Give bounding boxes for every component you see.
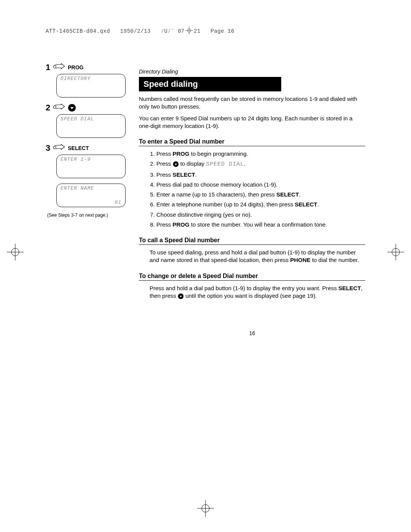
print-header-meta: ATT-1465CIB-d04.qxd 1950/2/13 ⁄U⁄¨ 0721 …: [46, 27, 365, 36]
lcd-text-line1: ENTER NAME: [61, 185, 94, 191]
lcd-text: DIRECTORY: [61, 76, 91, 81]
registration-mark-left-icon: [7, 244, 24, 260]
lcd-text-line2: 01: [115, 200, 121, 205]
step-label: SELECT: [68, 145, 89, 151]
text-fragment: to dial the number.: [311, 257, 359, 263]
down-arrow-button-icon: [173, 161, 179, 167]
subheading-call: To call a Speed Dial number: [139, 237, 365, 245]
call-paragraph: To use speed dialing, press and hold a d…: [150, 249, 365, 264]
text-fragment: Enter a telephone number (up to 24 digit…: [156, 201, 295, 208]
text-fragment: Press: [156, 160, 173, 167]
section-tag: Directory Dialing: [139, 69, 365, 75]
text-fragment: .: [299, 191, 300, 198]
lcd-screen: DIRECTORY: [56, 74, 126, 97]
text-fragment: SELECT: [173, 171, 195, 178]
list-item: Enter a telephone number (up to 24 digit…: [156, 201, 365, 208]
list-item: Press SELECT.: [156, 171, 365, 179]
page-title: Speed dialing: [139, 77, 281, 91]
registration-mark-right-icon: [387, 244, 404, 260]
sidebar-step-3: 3 SELECT ENTER 1-9: [46, 143, 127, 178]
step-label: PROG: [68, 64, 83, 70]
meta-after-mark: 21: [194, 28, 201, 34]
step-number: 3: [46, 143, 50, 153]
hand-pointer-icon: [53, 63, 65, 72]
hand-pointer-icon: [53, 144, 65, 153]
text-fragment: Press: [156, 150, 173, 157]
steps-list-enter: Press PROG to begin programming. Press t…: [139, 150, 365, 228]
list-item: Press PROG to store the number. You will…: [156, 221, 365, 228]
list-item: Press to display SPEED DIAL.: [156, 160, 365, 168]
page-number: 16: [139, 330, 365, 336]
sidebar-step-1: 1 PROG DIRECTORY: [46, 62, 127, 97]
text-fragment: SELECT: [338, 285, 361, 291]
text-fragment: .: [317, 201, 319, 208]
meta-mid: ⁄U⁄¨ 07: [161, 28, 185, 34]
list-item: Press PROG to begin programming.: [156, 150, 365, 158]
list-item: Enter a name (up to 15 characters), then…: [156, 191, 365, 198]
text-fragment: Press: [156, 171, 173, 178]
registration-mark-bottom-icon: [197, 500, 214, 517]
meta-date: 1950/2/13: [120, 28, 151, 34]
subheading-enter: To enter a Speed Dial number: [139, 138, 365, 146]
intro-paragraph-1: Numbers called most frequently can be st…: [139, 95, 365, 111]
registration-mark-top-icon: [185, 27, 193, 36]
lcd-screen: ENTER 1-9: [56, 155, 126, 178]
text-fragment: Press and hold a dial pad button (1-9) t…: [150, 285, 338, 291]
list-item: Choose distinctive ringing (yes or no).: [156, 211, 365, 219]
lcd-text: SPEED DIAL: [61, 116, 94, 122]
down-arrow-button-icon: [68, 104, 76, 112]
text-fragment: to begin programming.: [190, 150, 248, 157]
lcd-screen: ENTER NAME 01: [56, 184, 126, 207]
lcd-screen: SPEED DIAL: [56, 114, 126, 138]
text-fragment: PROG: [173, 150, 190, 157]
text-fragment: SELECT: [276, 191, 299, 198]
intro-paragraph-2: You can enter 9 Speed Dial numbers up to…: [139, 115, 365, 130]
text-fragment: to store the number. You will hear a con…: [190, 221, 327, 228]
sidebar-step-name-entry: ENTER NAME 01: [46, 184, 127, 207]
text-fragment: SELECT: [295, 201, 317, 208]
meta-filename: ATT-1465CIB-d04.qxd: [46, 28, 110, 34]
text-fragment: PHONE: [290, 257, 310, 263]
list-item: Press dial pad to choose memory location…: [156, 181, 365, 189]
text-fragment: Press: [156, 221, 173, 228]
text-fragment: to display: [179, 160, 206, 167]
text-fragment: .: [195, 171, 197, 178]
sidebar-step-2: 2 SPEED DIAL: [46, 103, 127, 138]
text-fragment: until the option you want is displayed (…: [184, 292, 317, 299]
down-arrow-button-icon: [178, 293, 184, 299]
lcd-text: ENTER 1-9: [61, 157, 91, 162]
step-number: 2: [46, 103, 50, 113]
meta-page-label: Page 16: [211, 28, 234, 34]
text-fragment: SPEED DIAL: [206, 161, 244, 168]
change-paragraph: Press and hold a dial pad button (1-9) t…: [150, 284, 365, 300]
sidebar-footnote: (See Steps 3-7 on next page.): [47, 212, 127, 218]
step-number: 1: [46, 62, 50, 72]
hand-pointer-icon: [53, 103, 65, 113]
text-fragment: .: [244, 160, 245, 167]
subheading-change: To change or delete a Speed Dial number: [139, 273, 365, 281]
text-fragment: Enter a name (up to 15 characters), then…: [156, 191, 276, 198]
text-fragment: PROG: [173, 221, 190, 228]
